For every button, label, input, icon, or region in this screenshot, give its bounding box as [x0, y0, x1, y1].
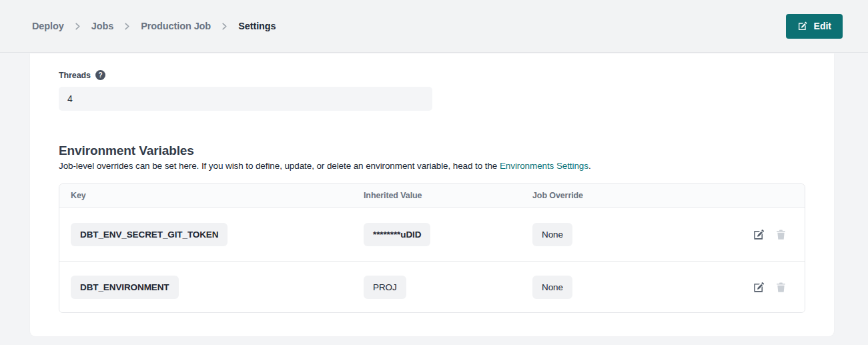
chevron-right-icon	[221, 23, 228, 30]
env-var-job-override: None	[532, 223, 572, 246]
table-header-row: Key Inherited Value Job Override	[59, 184, 805, 208]
settings-panel: Threads ? Environment Variables Job-leve…	[30, 53, 834, 336]
env-var-inherited-value: ********uDID	[364, 223, 430, 246]
trash-icon	[775, 281, 787, 294]
env-vars-description-period: .	[588, 161, 591, 171]
top-bar: Deploy Jobs Production Job Settings Edit	[0, 0, 868, 53]
delete-row-button	[775, 228, 787, 241]
breadcrumb: Deploy Jobs Production Job Settings	[32, 21, 276, 31]
table-row: DBT_ENVIRONMENT PROJ None	[59, 261, 805, 312]
trash-icon	[775, 228, 787, 241]
edit-pencil-square-icon	[753, 228, 765, 241]
breadcrumb-item-jobs[interactable]: Jobs	[91, 21, 113, 31]
env-vars-table: Key Inherited Value Job Override DBT_ENV…	[59, 184, 805, 313]
chevron-right-icon	[123, 23, 131, 30]
table-row: DBT_ENV_SECRET_GIT_TOKEN ********uDID No…	[59, 208, 805, 261]
edit-row-button[interactable]	[753, 228, 765, 241]
delete-row-button	[775, 281, 787, 294]
env-var-job-override: None	[532, 276, 572, 299]
env-var-inherited-value: PROJ	[364, 276, 406, 299]
env-vars-description-text: Job-level overrides can be set here. If …	[59, 161, 500, 171]
breadcrumb-item-production-job[interactable]: Production Job	[141, 21, 211, 31]
edit-pencil-square-icon	[797, 21, 808, 31]
threads-label: Threads	[59, 71, 91, 80]
help-icon[interactable]: ?	[95, 70, 105, 80]
edit-button-label: Edit	[814, 21, 831, 31]
column-header-job-override: Job Override	[521, 191, 701, 200]
breadcrumb-item-settings: Settings	[238, 21, 276, 31]
edit-button[interactable]: Edit	[786, 14, 843, 39]
column-header-key: Key	[59, 191, 352, 200]
breadcrumb-item-deploy[interactable]: Deploy	[32, 21, 64, 31]
env-vars-description: Job-level overrides can be set here. If …	[59, 161, 591, 171]
edit-row-button[interactable]	[753, 281, 765, 294]
edit-pencil-square-icon	[753, 281, 765, 294]
column-header-inherited-value: Inherited Value	[352, 191, 521, 200]
environments-settings-link[interactable]: Environments Settings	[500, 161, 588, 171]
chevron-right-icon	[74, 23, 81, 30]
env-vars-title: Environment Variables	[59, 143, 194, 158]
env-var-key: DBT_ENV_SECRET_GIT_TOKEN	[71, 223, 228, 246]
env-var-key: DBT_ENVIRONMENT	[71, 276, 179, 299]
threads-input[interactable]	[59, 87, 432, 111]
